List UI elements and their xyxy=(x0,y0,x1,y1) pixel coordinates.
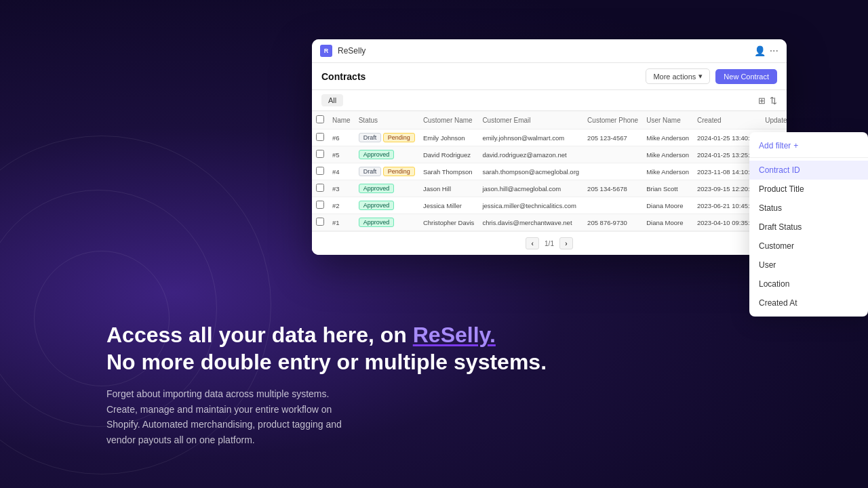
row-customer-phone: 205 876-9730 xyxy=(583,214,642,231)
headline-line1: Access all your data here, on ReSelly. xyxy=(106,323,496,347)
row-status: Approved xyxy=(355,214,419,231)
prev-page-button[interactable]: ‹ xyxy=(526,237,539,249)
marketing-section: Access all your data here, on ReSelly. N… xyxy=(106,321,547,447)
approved-badge: Approved xyxy=(359,150,395,159)
contracts-table: Name Status Customer Name Customer Email… xyxy=(312,111,787,231)
table-row[interactable]: #3 Approved Jason Hill jason.hill@acmegl… xyxy=(312,180,787,197)
filter-dropdown: Add filter + Contract ID Product Title S… xyxy=(749,132,868,317)
plus-icon: + xyxy=(793,141,798,150)
row-user-name: Mike Anderson xyxy=(642,146,693,163)
col-status: Status xyxy=(355,111,419,129)
row-customer-name: Sarah Thompson xyxy=(419,163,479,180)
table-row[interactable]: #6 Draft Pending Emily Johnson emily.joh… xyxy=(312,129,787,146)
filter-icons: ⊞ ⇅ xyxy=(758,96,777,106)
brand-name: ReSelly. xyxy=(413,323,496,347)
table-row[interactable]: #5 Approved David Rodriguez david.rodrig… xyxy=(312,146,787,163)
new-contract-button[interactable]: New Contract xyxy=(715,69,777,84)
row-user-name: Mike Anderson xyxy=(642,163,693,180)
col-user-name: User Name xyxy=(642,111,693,129)
table-row[interactable]: #2 Approved Jessica Miller jessica.mille… xyxy=(312,197,787,214)
row-checkbox[interactable] xyxy=(316,184,324,192)
col-updated: Updated xyxy=(761,111,787,129)
filter-created-at[interactable]: Created At xyxy=(749,293,868,312)
col-customer-email: Customer Email xyxy=(478,111,583,129)
header-checkbox-cell xyxy=(312,111,328,129)
chevron-down-icon: ▾ xyxy=(698,72,703,81)
headline-line2: No more double entry or multiple systems… xyxy=(106,350,547,374)
row-customer-email: jason.hill@acmeglobal.com xyxy=(478,180,583,197)
row-checkbox[interactable] xyxy=(316,218,324,226)
add-filter-item[interactable]: Add filter + xyxy=(749,136,868,158)
filter-contract-id[interactable]: Contract ID xyxy=(749,161,868,180)
filter-user[interactable]: User xyxy=(749,256,868,274)
row-checkbox-cell xyxy=(312,146,328,163)
col-created: Created xyxy=(693,111,761,129)
next-page-button[interactable]: › xyxy=(559,237,573,249)
row-checkbox-cell xyxy=(312,197,328,214)
filter-icon-button[interactable]: ⊞ xyxy=(758,96,766,106)
row-user-name: Mike Anderson xyxy=(642,129,693,146)
filter-status[interactable]: Status xyxy=(749,199,868,218)
approved-badge: Approved xyxy=(359,218,395,227)
row-customer-email: sarah.thompson@acmeglobal.org xyxy=(478,163,583,180)
row-checkbox[interactable] xyxy=(316,201,324,209)
row-id: #5 xyxy=(328,146,355,163)
row-customer-email: jessica.miller@technicalitics.com xyxy=(478,197,583,214)
page-title: Contracts xyxy=(321,71,366,82)
row-customer-name: Emily Johnson xyxy=(419,129,479,146)
filter-bar: All ⊞ ⇅ xyxy=(312,90,787,111)
pending-badge: Pending xyxy=(383,133,415,142)
row-customer-name: Jessica Miller xyxy=(419,197,479,214)
app-title: ReSelly xyxy=(338,46,749,56)
row-status: Approved xyxy=(355,146,419,163)
sort-icon-button[interactable]: ⇅ xyxy=(770,96,777,106)
row-customer-phone: 205 134-5678 xyxy=(583,180,642,197)
menu-dots-button[interactable]: ··· xyxy=(770,45,778,57)
row-customer-email: emily.johnson@walmart.com xyxy=(478,129,583,146)
header-actions: More actions ▾ New Contract xyxy=(646,68,777,84)
row-checkbox[interactable] xyxy=(316,133,324,141)
row-checkbox-cell xyxy=(312,214,328,231)
approved-badge: Approved xyxy=(359,184,395,193)
filter-draft-status[interactable]: Draft Status xyxy=(749,218,868,237)
filter-customer[interactable]: Customer xyxy=(749,237,868,256)
table-row[interactable]: #1 Approved Christopher Davis chris.davi… xyxy=(312,214,787,231)
row-checkbox[interactable] xyxy=(316,167,324,175)
table-row[interactable]: #4 Draft Pending Sarah Thompson sarah.th… xyxy=(312,163,787,180)
headline: Access all your data here, on ReSelly. N… xyxy=(106,321,547,375)
user-button[interactable]: 👤 xyxy=(754,45,766,56)
pending-badge: Pending xyxy=(383,167,415,176)
filter-product-title[interactable]: Product Title xyxy=(749,180,868,199)
row-customer-phone xyxy=(583,146,642,163)
more-actions-button[interactable]: More actions ▾ xyxy=(646,68,710,84)
row-checkbox-cell xyxy=(312,180,328,197)
all-tab[interactable]: All xyxy=(321,94,343,106)
row-id: #6 xyxy=(328,129,355,146)
row-id: #3 xyxy=(328,180,355,197)
page-indicator: 1/1 xyxy=(545,240,554,247)
row-user-name: Diana Moore xyxy=(642,214,693,231)
row-status: Draft Pending xyxy=(355,163,419,180)
approved-badge: Approved xyxy=(359,201,395,210)
contracts-table-container: Name Status Customer Name Customer Email… xyxy=(312,111,787,255)
row-customer-phone xyxy=(583,197,642,214)
row-id: #1 xyxy=(328,214,355,231)
app-window: R ReSelly 👤 ··· Contracts More actions ▾… xyxy=(312,39,787,255)
row-customer-email: david.rodriguez@amazon.net xyxy=(478,146,583,163)
select-all-checkbox[interactable] xyxy=(316,115,324,123)
draft-badge: Draft xyxy=(359,133,382,142)
row-checkbox[interactable] xyxy=(316,150,324,158)
app-icon: R xyxy=(320,45,332,57)
row-status: Draft Pending xyxy=(355,129,419,146)
contracts-header: Contracts More actions ▾ New Contract xyxy=(312,63,787,90)
row-user-name: Diana Moore xyxy=(642,197,693,214)
pagination: ‹ 1/1 › xyxy=(312,231,787,255)
filter-location[interactable]: Location xyxy=(749,274,868,293)
row-user-name: Brian Scott xyxy=(642,180,693,197)
col-customer-phone: Customer Phone xyxy=(583,111,642,129)
row-customer-name: David Rodriguez xyxy=(419,146,479,163)
row-customer-phone: 205 123-4567 xyxy=(583,129,642,146)
row-customer-email: chris.davis@merchantwave.net xyxy=(478,214,583,231)
row-customer-name: Christopher Davis xyxy=(419,214,479,231)
draft-badge: Draft xyxy=(359,167,382,176)
